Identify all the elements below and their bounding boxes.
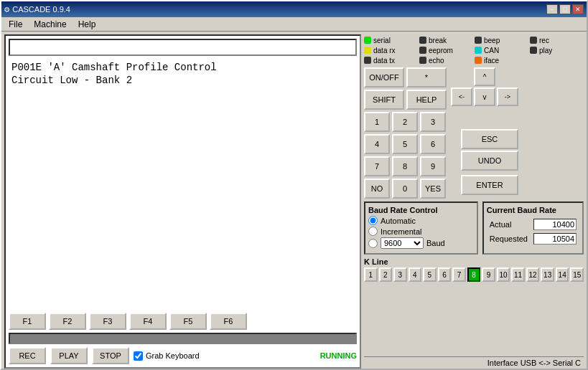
rec-led: [530, 37, 537, 44]
menu-file[interactable]: File: [3, 18, 28, 31]
nav-cluster: ^ <- v -> ESC UNDO ENTER: [449, 67, 518, 199]
key-yes[interactable]: YES: [420, 179, 446, 199]
key-1[interactable]: 1: [364, 112, 390, 132]
minimize-button[interactable]: −: [546, 4, 558, 14]
kline-8[interactable]: 8: [467, 267, 481, 282]
datarx-led: [364, 47, 371, 54]
key-6[interactable]: 6: [420, 134, 446, 154]
kline-3[interactable]: 3: [393, 267, 407, 282]
left-panel: P001E 'A' Camshaft Profile Control Circu…: [4, 34, 361, 369]
kp-row-4: 4 5 6: [364, 134, 447, 154]
actual-label: Actual: [487, 217, 531, 232]
titlebar: ⚙ CASCADE 0.9.4 − □ ✕: [1, 1, 587, 17]
baud-left: Baud Rate Control Automatic Incremental: [364, 201, 478, 255]
display-line2: Circuit Low - Bank 2: [11, 75, 354, 86]
key-8[interactable]: 8: [392, 156, 418, 176]
menubar: File Machine Help: [1, 17, 587, 32]
f5-button[interactable]: F5: [169, 313, 207, 330]
key-0[interactable]: 0: [392, 179, 418, 199]
titlebar-title: CASCADE 0.9.4: [12, 5, 70, 14]
baud-auto-radio[interactable]: [368, 216, 378, 225]
f2-button[interactable]: F2: [49, 313, 86, 330]
key-4[interactable]: 4: [364, 134, 390, 154]
f3-button[interactable]: F3: [89, 313, 126, 330]
key-9[interactable]: 9: [420, 156, 446, 176]
baud-select[interactable]: 9600 19200 38400 57600 115200: [381, 237, 424, 249]
maximize-button[interactable]: □: [559, 4, 571, 14]
progress-bar: [9, 333, 357, 344]
baud-manual-row: 9600 19200 38400 57600 115200 Baud: [368, 237, 474, 249]
f6-button[interactable]: F6: [210, 313, 247, 330]
serial-led: [364, 37, 371, 44]
serial-label: serial: [373, 37, 391, 44]
key-7[interactable]: 7: [364, 156, 390, 176]
kline-5[interactable]: 5: [423, 267, 437, 282]
play-button[interactable]: PLAY: [50, 347, 88, 364]
help-button[interactable]: HELP: [406, 90, 447, 110]
kp-row-3: 1 2 3: [364, 112, 447, 132]
kline-9[interactable]: 9: [482, 267, 495, 282]
kline-13[interactable]: 13: [541, 267, 554, 282]
close-button[interactable]: ✕: [572, 4, 584, 14]
grab-keyboard-checkbox[interactable]: [134, 351, 143, 361]
requested-value: 10504: [533, 233, 577, 245]
enter-button[interactable]: ENTER: [461, 175, 518, 195]
baud-baud-label: Baud: [426, 239, 445, 247]
kline-12[interactable]: 12: [526, 267, 540, 282]
status-can: CAN: [475, 46, 528, 54]
main-input[interactable]: [10, 40, 355, 54]
nav-empty-tr: [497, 67, 518, 86]
baud-manual-radio[interactable]: [368, 239, 378, 248]
can-label: CAN: [484, 47, 499, 54]
menu-help[interactable]: Help: [73, 18, 102, 31]
bottom-controls: REC PLAY STOP Grab Keyboard RUNNING: [6, 344, 360, 367]
kline-7[interactable]: 7: [452, 267, 466, 282]
grab-keyboard-label: Grab Keyboard: [146, 351, 200, 360]
status-datatx: data tx: [364, 56, 418, 65]
key-3[interactable]: 3: [420, 112, 446, 132]
keypad: ON/OFF * SHIFT HELP 1 2 3 4 5: [364, 67, 447, 199]
onoff-button[interactable]: ON/OFF: [364, 67, 404, 87]
key-5[interactable]: 5: [392, 134, 418, 154]
kline-2[interactable]: 2: [379, 267, 393, 282]
requested-label: Requested: [487, 232, 531, 246]
baud-incr-radio[interactable]: [368, 227, 378, 236]
stop-button[interactable]: STOP: [92, 347, 129, 364]
baud-section: Baud Rate Control Automatic Incremental: [364, 201, 584, 255]
status-beep: beep: [475, 36, 528, 44]
kline-11[interactable]: 11: [511, 267, 525, 282]
play-led: [530, 47, 537, 54]
nav-left[interactable]: <-: [451, 87, 472, 106]
shift-button[interactable]: SHIFT: [364, 90, 404, 110]
esc-button[interactable]: ESC: [461, 129, 518, 149]
kp-row-1: ON/OFF *: [364, 67, 447, 87]
requested-row: Requested 10504: [487, 232, 579, 246]
menu-machine[interactable]: Machine: [28, 18, 72, 31]
current-baud-title: Current Baud Rate: [487, 206, 579, 214]
nav-right[interactable]: ->: [497, 87, 518, 106]
status-empty: [530, 56, 584, 65]
f1-button[interactable]: F1: [9, 313, 46, 330]
baud-auto-label: Automatic: [381, 217, 416, 225]
baud-inner: Baud Rate Control Automatic Incremental: [364, 201, 584, 255]
baud-auto-row: Automatic: [368, 216, 474, 225]
kline-15[interactable]: 15: [570, 267, 584, 282]
key-no[interactable]: NO: [364, 179, 390, 199]
kline-4[interactable]: 4: [409, 267, 422, 282]
titlebar-controls: − □ ✕: [546, 4, 584, 14]
undo-button[interactable]: UNDO: [461, 151, 518, 171]
kline-10[interactable]: 10: [497, 267, 510, 282]
key-2[interactable]: 2: [392, 112, 418, 132]
star-button[interactable]: *: [406, 67, 447, 87]
kline-1[interactable]: 1: [364, 267, 378, 282]
rec-label: rec: [539, 37, 549, 44]
main-layout: P001E 'A' Camshaft Profile Control Circu…: [1, 32, 587, 370]
status-break: break: [419, 36, 473, 44]
rec-button[interactable]: REC: [9, 347, 46, 364]
kline-14[interactable]: 14: [556, 267, 569, 282]
f4-button[interactable]: F4: [129, 313, 167, 330]
kline-6[interactable]: 6: [438, 267, 452, 282]
baud-title: Baud Rate Control: [368, 206, 474, 214]
nav-up[interactable]: ^: [474, 67, 495, 86]
nav-down[interactable]: v: [474, 87, 495, 106]
